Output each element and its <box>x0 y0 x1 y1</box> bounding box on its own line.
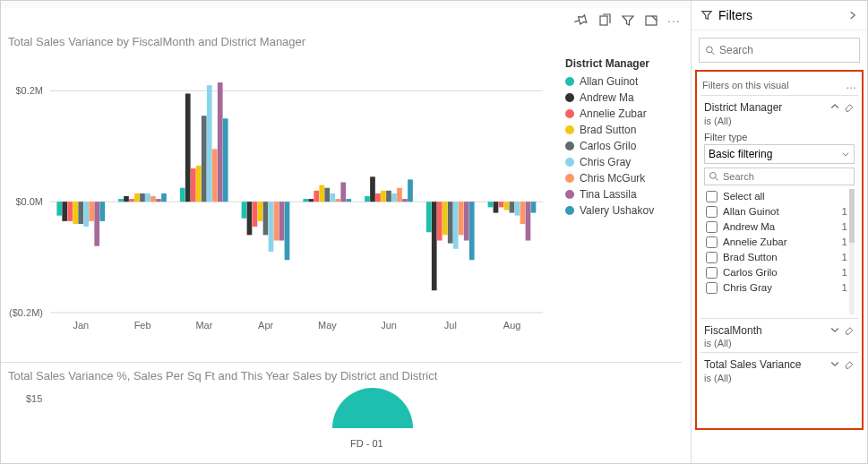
eraser-icon[interactable] <box>844 324 855 335</box>
bar[interactable] <box>156 199 161 202</box>
bar[interactable] <box>73 202 78 224</box>
bar[interactable] <box>89 202 94 221</box>
filter-card-district-manager[interactable]: District Manager is (All) Filter type Ba… <box>700 95 858 318</box>
focus-icon[interactable] <box>644 13 658 28</box>
bar[interactable] <box>67 202 73 221</box>
bar[interactable] <box>335 199 340 202</box>
bar[interactable] <box>397 188 402 202</box>
bar[interactable] <box>223 118 228 202</box>
filter-value-item[interactable]: Chris Gray1 <box>704 280 855 296</box>
more-icon[interactable]: ··· <box>667 13 683 28</box>
eraser-icon[interactable] <box>844 358 855 369</box>
bar[interactable] <box>443 202 448 235</box>
bar[interactable] <box>494 202 499 212</box>
bar[interactable] <box>253 202 258 227</box>
filter-value-item[interactable]: Andrew Ma1 <box>704 219 855 235</box>
bar[interactable] <box>488 202 494 207</box>
eraser-icon[interactable] <box>844 101 855 112</box>
bar[interactable] <box>319 185 324 202</box>
bar[interactable] <box>94 202 99 246</box>
bar[interactable] <box>510 202 515 212</box>
bar[interactable] <box>274 202 279 240</box>
filter-value-item[interactable]: Allan Guinot1 <box>704 204 855 219</box>
bar[interactable] <box>124 196 129 202</box>
bar[interactable] <box>381 191 386 202</box>
filter-value-item[interactable]: Annelie Zubar1 <box>704 235 855 250</box>
scrollbar-track[interactable] <box>849 189 855 314</box>
bar[interactable] <box>375 193 381 202</box>
bar[interactable] <box>464 202 469 240</box>
bar[interactable] <box>426 202 432 232</box>
bar[interactable] <box>453 202 459 249</box>
bar[interactable] <box>83 202 89 227</box>
bar[interactable] <box>140 193 145 202</box>
bar[interactable] <box>118 199 124 202</box>
bar[interactable] <box>196 166 202 202</box>
bar[interactable] <box>191 168 196 202</box>
checkbox[interactable] <box>706 221 718 233</box>
bar[interactable] <box>402 199 408 202</box>
bar[interactable] <box>448 202 453 243</box>
filter-value-item[interactable]: Carlos Grilo1 <box>704 265 855 280</box>
chart2-bubble[interactable] <box>332 388 413 464</box>
bar[interactable] <box>386 191 391 202</box>
filter-type-select[interactable]: Basic filtering <box>704 144 855 164</box>
bar[interactable] <box>469 202 475 260</box>
bar[interactable] <box>207 85 212 202</box>
checkbox[interactable] <box>706 267 718 279</box>
bar[interactable] <box>185 93 191 202</box>
bar[interactable] <box>314 191 319 202</box>
bar[interactable] <box>202 116 207 202</box>
bar[interactable] <box>99 202 105 221</box>
checkbox[interactable] <box>706 252 718 263</box>
legend-item[interactable]: Annelie Zubar <box>565 107 682 120</box>
bar[interactable] <box>303 199 308 202</box>
bar[interactable] <box>391 193 397 202</box>
copy-icon[interactable] <box>597 13 612 28</box>
bar[interactable] <box>129 199 134 202</box>
legend-item[interactable]: Brad Sutton <box>565 124 682 136</box>
filter-values-search-input[interactable] <box>723 171 850 182</box>
bar[interactable] <box>263 202 269 235</box>
bar[interactable] <box>459 202 464 235</box>
checkbox[interactable] <box>706 191 718 202</box>
bar[interactable] <box>212 149 218 202</box>
bar[interactable] <box>62 202 67 221</box>
bar[interactable] <box>526 202 531 240</box>
chevron-down-icon[interactable] <box>829 324 840 335</box>
bar[interactable] <box>269 202 274 252</box>
bar[interactable] <box>330 193 335 202</box>
legend-item[interactable]: Chris Gray <box>565 156 682 168</box>
chart1-plot[interactable]: $0.2M$0.0M($0.2M)JanFebMarAprMayJunJulAu… <box>1 62 556 339</box>
bar[interactable] <box>370 176 375 202</box>
filter-card-fiscalmonth[interactable]: FiscalMonth is (All) <box>700 318 858 353</box>
scrollbar-thumb[interactable] <box>849 189 855 243</box>
bar[interactable] <box>161 193 167 202</box>
bar[interactable] <box>515 202 520 215</box>
bar[interactable] <box>247 202 253 235</box>
section-more-icon[interactable]: … <box>846 79 856 91</box>
pin-icon[interactable] <box>574 13 589 28</box>
legend-item[interactable]: Allan Guinot <box>565 75 682 88</box>
bar[interactable] <box>285 202 290 260</box>
filters-search[interactable] <box>699 38 860 63</box>
bar[interactable] <box>56 202 62 215</box>
filter-values-search[interactable] <box>704 168 855 185</box>
legend-item[interactable]: Andrew Ma <box>565 91 682 104</box>
chevron-up-icon[interactable] <box>829 101 840 112</box>
bar[interactable] <box>365 196 370 202</box>
legend-item[interactable]: Carlos Grilo <box>565 140 682 152</box>
filter-icon[interactable] <box>621 13 635 28</box>
bar[interactable] <box>346 199 351 202</box>
bar[interactable] <box>531 202 537 212</box>
checkbox[interactable] <box>706 236 718 248</box>
bar[interactable] <box>279 202 285 240</box>
filter-value-select-all[interactable]: Select all <box>704 189 855 204</box>
bar[interactable] <box>432 202 437 290</box>
bar[interactable] <box>78 202 83 224</box>
checkbox[interactable] <box>706 206 718 218</box>
bar[interactable] <box>150 196 156 202</box>
checkbox[interactable] <box>706 282 718 294</box>
bar[interactable] <box>340 183 346 202</box>
bar[interactable] <box>324 188 330 202</box>
